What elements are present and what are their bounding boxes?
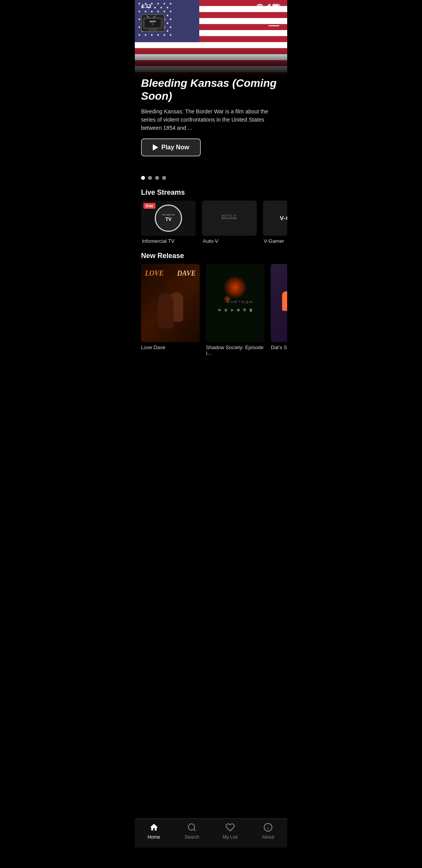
play-icon — [153, 144, 158, 151]
logo-svg: MOBFI TV — [142, 15, 164, 31]
release-thumb-lovedave: LOVE DAVE — [141, 264, 200, 342]
svg-rect-15 — [148, 30, 157, 30]
carousel-dots — [135, 172, 287, 184]
release-thumb-shadow: S H A D O W SOCIETY — [206, 264, 265, 342]
stream-name-autov: Auto-V — [202, 238, 257, 244]
hero-title: Bleeding Kansas (Coming Soon) — [141, 77, 281, 103]
vgamer-logo: V-GA ... — [263, 201, 287, 236]
status-icons — [257, 4, 281, 9]
dot-3[interactable] — [155, 176, 159, 180]
love-dave-bg: LOVE DAVE — [141, 264, 200, 342]
svg-rect-7 — [273, 5, 279, 7]
live-streams-title: Live Streams — [135, 188, 287, 201]
dats-bg: Dat's Slamin' — [271, 264, 287, 342]
svg-rect-6 — [280, 5, 281, 7]
shadow-bg: S H A D O W SOCIETY — [206, 264, 265, 342]
dot-1[interactable] — [141, 176, 145, 180]
streams-row: true As seen on TV Infomercial TV AUTO-V — [135, 201, 287, 244]
dot-4[interactable] — [162, 176, 166, 180]
status-time: 4:13 — [141, 3, 151, 9]
play-button-label: Play Now — [161, 144, 189, 151]
release-card-shadow[interactable]: S H A D O W SOCIETY — [206, 264, 265, 356]
signal-icon — [265, 4, 271, 9]
stream-thumb-vgamer: V-GA ... — [263, 201, 287, 236]
stream-name-vgamer: V-Gamer — [263, 238, 287, 244]
status-bar: 4:13 — [135, 0, 287, 11]
battery-icon — [272, 4, 281, 9]
release-thumb-dats: Dat's Slamin' — [271, 264, 287, 342]
release-name-dats: Dat's Slamin'... — [271, 344, 287, 350]
new-release-section: New Release LOVE — [135, 247, 287, 359]
dot-2[interactable] — [148, 176, 152, 180]
menu-line-1 — [268, 20, 279, 21]
release-name-lovedave: Love Dave — [141, 344, 200, 350]
svg-rect-2 — [266, 6, 267, 9]
release-name-shadow: Shadow Society: Episode I... — [206, 344, 265, 356]
live-badge: true — [143, 203, 156, 209]
stream-card-infomercial[interactable]: true As seen on TV Infomercial TV — [141, 201, 196, 244]
wifi-icon — [257, 4, 263, 9]
svg-rect-4 — [269, 4, 270, 9]
new-release-title: New Release — [135, 252, 287, 264]
hero-description: Bleeding Kansas: The Border War is a fil… — [141, 108, 281, 132]
svg-rect-3 — [268, 5, 269, 9]
releases-row: LOVE DAVE Love Dave — [135, 264, 287, 356]
live-streams-section: Live Streams true As seen on TV Infomerc… — [135, 184, 287, 247]
menu-line-2 — [268, 23, 279, 23]
stream-thumb-infomercial: true As seen on TV — [141, 201, 196, 236]
svg-line-8 — [147, 16, 150, 18]
stream-thumb-autov: AUTO-V MAGAZINE • • • — [202, 201, 257, 236]
infomercial-logo: As seen on TV — [155, 204, 182, 232]
svg-point-0 — [259, 7, 261, 9]
svg-text:MOBFI: MOBFI — [150, 20, 156, 23]
logo-container: MOBFI TV — [141, 14, 165, 32]
svg-text:TV: TV — [152, 23, 154, 25]
stream-name-infomercial: Infomercial TV — [141, 238, 196, 244]
release-card-dats[interactable]: Dat's Slamin' Dat's Slamin'... — [271, 264, 287, 356]
release-card-lovedave[interactable]: LOVE DAVE Love Dave — [141, 264, 200, 356]
app-logo: MOBFI TV — [141, 14, 165, 32]
stream-card-vgamer[interactable]: V-GA ... V-Gamer — [263, 201, 287, 244]
stream-card-autov[interactable]: AUTO-V MAGAZINE • • • Auto-V — [202, 201, 257, 244]
svg-rect-1 — [265, 7, 266, 9]
menu-button[interactable] — [267, 16, 281, 30]
autov-logo: AUTO-V MAGAZINE • • • — [202, 201, 257, 236]
hero-content: Bleeding Kansas (Coming Soon) Bleeding K… — [135, 77, 287, 156]
svg-line-9 — [153, 16, 156, 18]
play-now-button[interactable]: Play Now — [141, 138, 201, 156]
menu-line-3 — [268, 25, 279, 26]
